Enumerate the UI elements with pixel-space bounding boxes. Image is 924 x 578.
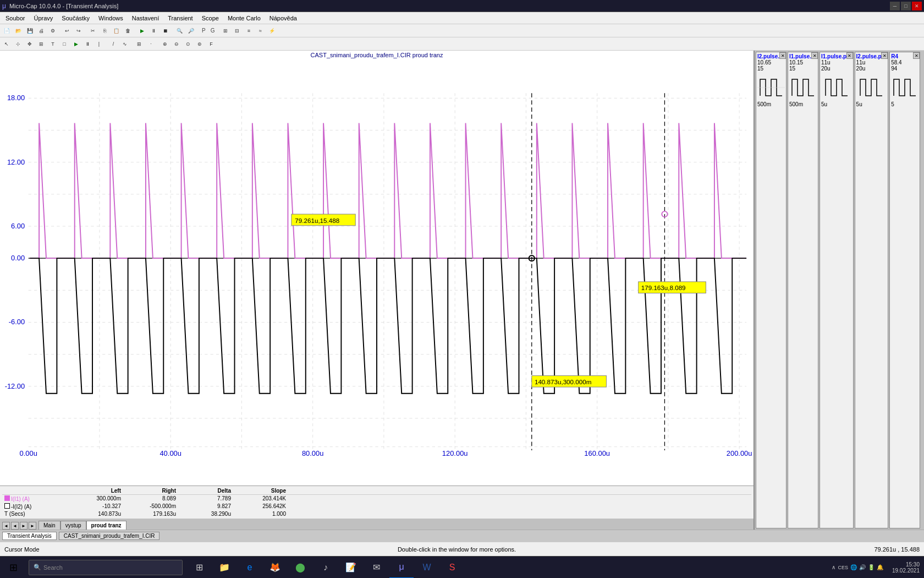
tb-save[interactable]: 💾 [24, 25, 35, 36]
tab-vystup[interactable]: vystup [61, 521, 86, 530]
menu-soucastky[interactable]: Součástky [57, 14, 94, 23]
tb2-select[interactable]: ⊹ [13, 39, 24, 50]
menu-upravy[interactable]: Úpravy [29, 14, 57, 23]
tb-zoom-out[interactable]: 🔎 [185, 25, 196, 36]
tb2-stop2[interactable]: | [94, 39, 105, 50]
tb-new[interactable]: 📄 [1, 25, 12, 36]
tb-redo[interactable]: ↪ [73, 25, 84, 36]
tray-notifications[interactable]: 🔔 [877, 564, 883, 570]
system-clock[interactable]: 15:30 19.02.2021 [888, 561, 924, 574]
param-col-4-close[interactable]: ✕ [881, 52, 888, 59]
tb-zoom-in[interactable]: 🔍 [174, 25, 185, 36]
tray-volume[interactable]: 🔊 [859, 564, 866, 570]
row2-delta: 9.827 [178, 503, 233, 510]
tray-battery[interactable]: 🔋 [868, 564, 875, 570]
close-button[interactable]: ✕ [912, 2, 922, 10]
menu-soubor[interactable]: Soubor [1, 14, 29, 23]
tb-extra5[interactable]: ⚡ [266, 25, 277, 36]
tb2-cursor[interactable]: ↖ [1, 39, 12, 50]
param-col-1: ✕ I2.pulse.i2 10.65 15 500m [756, 52, 787, 528]
menu-transient[interactable]: Transient [163, 14, 197, 23]
tb-open[interactable]: 📂 [13, 25, 24, 36]
search-bar[interactable]: 🔍 Search [29, 560, 183, 575]
tb2-play[interactable]: ▶ [70, 39, 81, 50]
row3-delta: 38.290u [178, 510, 233, 517]
tray-network[interactable]: 🌐 [850, 564, 857, 570]
taskbar-icon-notepad[interactable]: 📝 [339, 557, 363, 579]
tb2-zoom[interactable]: ⊞ [36, 39, 47, 50]
taskbar-icon-files[interactable]: 📁 [212, 557, 237, 579]
tray-lang[interactable]: CES [838, 565, 848, 570]
clock-time: 15:30 [892, 561, 920, 568]
tb2-grid[interactable]: ⊞ [134, 39, 145, 50]
minimize-button[interactable]: ─ [890, 2, 900, 10]
tb2-snap[interactable]: ⋅ [145, 39, 156, 50]
toolbar-1: 📄 📂 💾 🖨 ⚙ ↩ ↪ ✂ ⎘ 📋 🗑 ▶ ⏸ ⏹ 🔍 🔎 P G ⊞ ⊟ … [0, 24, 924, 37]
toolbar-2: ↖ ⊹ ✥ ⊞ T □ ▶ ⏸ | / ∿ ⊞ ⋅ ⊕ ⊖ ⊙ ⊚ F [0, 37, 924, 51]
svg-text:-6.00: -6.00 [9, 318, 25, 326]
tb-paste[interactable]: 📋 [111, 25, 122, 36]
taskbar-icon-microcap[interactable]: μ [389, 557, 414, 579]
tb-prefs[interactable]: ⚙ [47, 25, 58, 36]
param-col-2-close[interactable]: ✕ [811, 52, 818, 59]
svg-text:80.00u: 80.00u [302, 449, 323, 457]
tab-proud-tranz[interactable]: proud tranz [86, 521, 127, 530]
tab-main[interactable]: Main [38, 521, 61, 530]
tab-arrow-right2[interactable]: ► [29, 522, 36, 530]
bottom-tab-circuit[interactable]: CAST_snimani_proudu_trafem_I.CIR [59, 532, 160, 540]
col-header-slope: Slope [233, 487, 288, 494]
param-col-2-val3: 500m [789, 101, 817, 107]
tab-arrow-left2[interactable]: ◄ [11, 522, 19, 530]
param-col-3-close[interactable]: ✕ [846, 52, 853, 59]
menu-windows[interactable]: Windows [94, 14, 128, 23]
tb-print[interactable]: 🖨 [36, 25, 47, 36]
row1-label: I(I1) (A) [2, 495, 68, 503]
param-col-5-close[interactable]: ✕ [913, 52, 920, 59]
tb2-zoom1[interactable]: ⊕ [160, 39, 170, 50]
start-button[interactable]: ⊞ [0, 557, 26, 579]
menu-scope[interactable]: Scope [197, 14, 223, 23]
tb2-fn[interactable]: F [206, 39, 217, 50]
tray-chevron[interactable]: ∧ [832, 564, 835, 570]
tb-undo[interactable]: ↩ [62, 25, 73, 36]
tb2-zoom2[interactable]: ⊖ [171, 39, 182, 50]
tb-cut[interactable]: ✂ [87, 25, 98, 36]
tb-pause[interactable]: ⏸ [148, 25, 159, 36]
taskbar-icon-edge[interactable]: e [238, 557, 262, 579]
tb2-zoom3[interactable]: ⊙ [183, 39, 194, 50]
menu-nastaveni[interactable]: Nastavení [128, 14, 164, 23]
param-col-4-val3: 5u [856, 101, 887, 107]
tb2-zoom4[interactable]: ⊚ [194, 39, 205, 50]
taskbar-icon-firefox[interactable]: 🦊 [263, 557, 287, 579]
menu-napoveda[interactable]: Nápověda [265, 14, 301, 23]
menu-montecarlo[interactable]: Monte Carlo [223, 14, 265, 23]
status-bar: Cursor Mode Double-click in the window f… [0, 542, 924, 556]
tb-extra3[interactable]: ≡ [243, 25, 254, 36]
tb-stop[interactable]: ⏹ [160, 25, 170, 36]
tb-run[interactable]: ▶ [136, 25, 147, 36]
tb-extra1[interactable]: ⊞ [220, 25, 231, 36]
taskbar-icon-widgets[interactable]: ⊞ [187, 557, 211, 579]
tb2-box[interactable]: □ [59, 39, 70, 50]
tab-arrow-left[interactable]: ◄ [2, 522, 10, 530]
tb2-text[interactable]: T [47, 39, 58, 50]
bottom-tab-transient[interactable]: Transient Analysis [2, 532, 57, 540]
tb-delete[interactable]: 🗑 [122, 25, 133, 36]
taskbar-icon-mail[interactable]: ✉ [364, 557, 388, 579]
taskbar-icon-other[interactable]: S [440, 557, 464, 579]
param-col-1-close[interactable]: ✕ [779, 52, 786, 59]
tab-arrow-right[interactable]: ► [20, 522, 28, 530]
graph-canvas[interactable]: 18.00 12.00 6.00 0.00 -6.00 -12.00 0.00u… [0, 59, 754, 486]
tb2-curve[interactable]: ∿ [119, 39, 130, 50]
svg-text:179.163u,8.089: 179.163u,8.089 [641, 284, 686, 291]
tb-extra4[interactable]: ≈ [255, 25, 266, 36]
tb2-pause2[interactable]: ⏸ [82, 39, 93, 50]
taskbar-icon-word[interactable]: W [415, 557, 439, 579]
taskbar-icon-music[interactable]: ♪ [314, 557, 338, 579]
tb2-line[interactable]: / [108, 39, 119, 50]
maximize-button[interactable]: □ [901, 2, 911, 10]
tb-copy[interactable]: ⎘ [99, 25, 110, 36]
tb-extra2[interactable]: ⊟ [232, 25, 243, 36]
taskbar-icon-chrome[interactable]: ⬤ [288, 557, 312, 579]
tb2-move[interactable]: ✥ [24, 39, 35, 50]
